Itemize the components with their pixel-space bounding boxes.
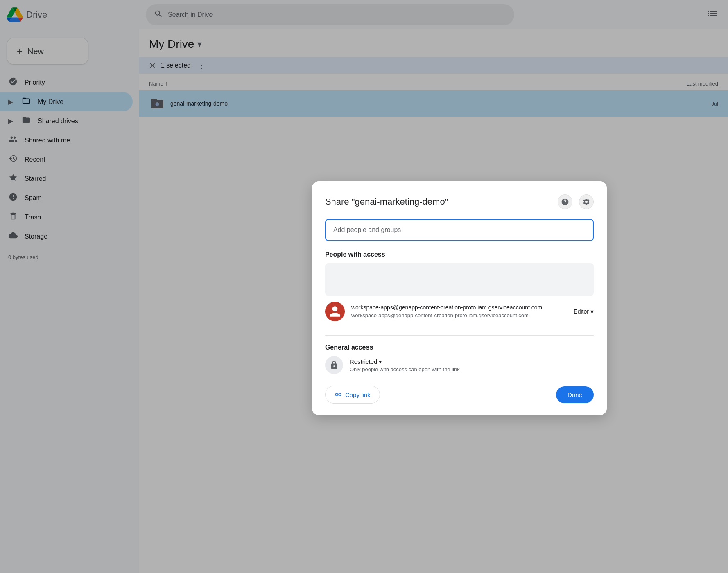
- person-info: workspace-apps@genapp-content-creation-p…: [351, 304, 567, 319]
- dialog-header: Share "genai-marketing-demo": [325, 194, 594, 209]
- person-avatar: [325, 302, 345, 321]
- done-button[interactable]: Done: [556, 386, 594, 403]
- copy-link-button[interactable]: Copy link: [325, 386, 380, 404]
- access-dropdown-arrow: ▾: [379, 358, 382, 365]
- person-row: workspace-apps@genapp-content-creation-p…: [325, 296, 594, 327]
- person-role-label: Editor: [574, 308, 589, 315]
- people-with-access-title: People with access: [325, 251, 594, 258]
- access-type-dropdown[interactable]: Restricted ▾: [350, 358, 594, 365]
- people-list-background: [325, 263, 594, 296]
- done-label: Done: [567, 391, 582, 398]
- share-dialog: Share "genai-marketing-demo" People with…: [312, 181, 607, 415]
- access-type-label: Restricted: [350, 358, 378, 365]
- help-button[interactable]: [558, 194, 572, 209]
- person-email-main: workspace-apps@genapp-content-creation-p…: [351, 304, 567, 312]
- dialog-footer: Copy link Done: [325, 386, 594, 404]
- settings-button[interactable]: [579, 194, 594, 209]
- add-people-input[interactable]: [325, 219, 594, 241]
- access-info: Restricted ▾ Only people with access can…: [350, 358, 594, 372]
- person-email-sub: workspace-apps@genapp-content-creation-p…: [351, 312, 567, 319]
- access-description: Only people with access can open with th…: [350, 366, 594, 372]
- dialog-icons: [558, 194, 594, 209]
- dialog-title: Share "genai-marketing-demo": [325, 196, 448, 207]
- person-role-dropdown[interactable]: Editor ▾: [574, 308, 594, 316]
- role-dropdown-arrow: ▾: [590, 308, 594, 316]
- general-access-title: General access: [325, 344, 594, 351]
- lock-icon: [325, 356, 343, 374]
- access-row: Restricted ▾ Only people with access can…: [325, 356, 594, 374]
- copy-link-label: Copy link: [345, 391, 371, 398]
- divider: [325, 335, 594, 336]
